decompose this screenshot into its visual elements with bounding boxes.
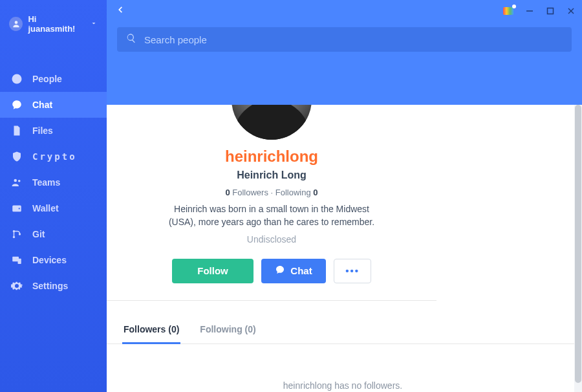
minimize-button[interactable] [525,6,534,16]
svg-point-6 [13,230,15,232]
profile-handle: heinrichlong [122,147,421,166]
close-button[interactable] [566,6,576,16]
sidebar-item-devices[interactable]: Devices [0,247,107,273]
search-bar[interactable] [117,27,572,52]
svg-point-2 [14,179,17,182]
search-icon [126,33,136,46]
search-input[interactable] [144,34,563,45]
tab-followers[interactable]: Followers (0) [122,318,180,343]
app-logo-icon [503,7,513,15]
sidebar-nav: People Chat Files Crypto Teams Wallet Gi… [0,66,107,299]
back-button[interactable] [113,3,127,19]
sidebar-item-label: Devices [32,255,67,265]
chat-button[interactable]: Chat [261,259,326,283]
sidebar-item-label: Git [32,229,45,239]
sidebar-item-label: Chat [32,100,52,110]
tab-following[interactable]: Following (0) [199,318,257,343]
content-scroll: heinrichlong Heinrich Long 0 Followers ·… [107,105,582,392]
user-menu[interactable]: Hi juanasmith! [0,10,107,45]
gear-icon [10,279,23,292]
sidebar-item-label: Files [32,125,53,136]
sidebar-item-label: Crypto [32,151,77,162]
profile-tabs: Followers (0) Following (0) [107,318,579,344]
shield-icon [10,150,23,163]
devices-icon [10,254,23,267]
sidebar-item-settings[interactable]: Settings [0,273,107,299]
empty-state: heinrichlong has no followers. [107,344,579,392]
sidebar-item-files[interactable]: Files [0,118,107,144]
svg-point-5 [19,208,20,209]
main-pane: heinrichlong Heinrich Long 0 Followers ·… [107,0,582,392]
file-icon [10,124,23,137]
scrollbar-track[interactable] [574,105,582,392]
more-button[interactable]: ••• [334,259,371,283]
user-greeting: Hi juanasmith! [28,14,85,34]
team-icon [10,176,23,189]
profile-bio: Heinrich was born in a small town in the… [162,202,382,229]
sidebar-item-crypto[interactable]: Crypto [0,144,107,169]
chevron-down-icon [90,18,98,30]
sidebar: Hi juanasmith! People Chat Files Crypto … [0,0,107,392]
window-controls [503,6,576,16]
scrollbar-thumb[interactable] [575,105,581,383]
svg-point-1 [12,74,22,84]
search-bar-area [107,22,582,60]
maximize-button[interactable] [546,6,555,16]
svg-point-0 [14,21,17,24]
chat-icon [10,98,23,111]
profile-fullname: Heinrich Long [122,169,421,181]
sidebar-item-label: Settings [32,281,68,291]
stats-label: Followers · Following [230,188,314,197]
git-icon [10,228,23,241]
person-icon [10,72,23,85]
sidebar-item-label: People [32,74,62,84]
sidebar-item-label: Wallet [32,203,59,213]
profile-hero [107,60,582,105]
chat-icon [275,265,285,277]
sidebar-item-label: Teams [32,177,60,188]
sidebar-item-git[interactable]: Git [0,221,107,247]
sidebar-item-people[interactable]: People [0,66,107,92]
svg-rect-10 [18,259,21,264]
sidebar-item-wallet[interactable]: Wallet [0,195,107,221]
chat-button-label: Chat [290,265,312,276]
titlebar [107,0,582,22]
sidebar-item-teams[interactable]: Teams [0,169,107,195]
svg-point-7 [13,236,15,238]
sidebar-item-chat[interactable]: Chat [0,92,107,118]
following-count: 0 [313,188,318,197]
profile-stats: 0 Followers · Following 0 [122,188,421,197]
followers-count: 0 [225,188,230,197]
profile-actions: Follow Chat ••• [122,259,421,283]
svg-point-3 [18,180,21,182]
profile-card: heinrichlong Heinrich Long 0 Followers ·… [107,105,436,301]
svg-rect-12 [548,8,554,14]
follow-button[interactable]: Follow [172,259,253,283]
profile-avatar[interactable] [232,105,312,140]
profile-location: Undisclosed [122,234,421,245]
avatar-icon [9,17,23,31]
wallet-icon [10,202,23,215]
